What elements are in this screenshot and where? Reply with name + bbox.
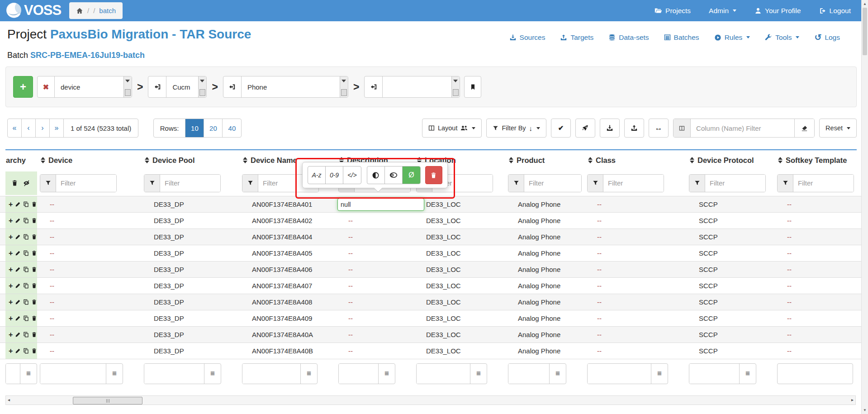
- filter-input-class[interactable]: [603, 175, 664, 192]
- funnel-icon[interactable]: [513, 180, 519, 186]
- apply-button[interactable]: ✔: [551, 119, 571, 138]
- funnel-icon[interactable]: [783, 180, 788, 186]
- home-icon[interactable]: [76, 7, 83, 14]
- aggregate-menu-button[interactable]: ≡: [739, 364, 756, 384]
- copy-row-icon[interactable]: [23, 315, 29, 321]
- funnel-addon[interactable]: [588, 175, 603, 192]
- aggregate-menu-button[interactable]: ≡: [549, 364, 566, 384]
- aggregate-input-device_name[interactable]: [242, 364, 300, 384]
- reset-button[interactable]: Reset: [819, 119, 857, 138]
- filter-input-device_protocol[interactable]: [705, 175, 765, 192]
- toggle-off-button[interactable]: [385, 167, 403, 184]
- sort-icon[interactable]: [145, 157, 149, 163]
- edit-row-icon[interactable]: [15, 299, 21, 305]
- rules-link[interactable]: Rules: [714, 33, 750, 42]
- edit-row-icon[interactable]: [15, 218, 21, 224]
- previous-page-button[interactable]: ‹: [22, 119, 36, 137]
- edit-row-icon[interactable]: [15, 250, 21, 256]
- aggregate-input-device_protocol[interactable]: [689, 364, 739, 384]
- delete-row-icon[interactable]: [31, 250, 37, 256]
- filter-by-button[interactable]: Filter By ↓: [486, 119, 546, 138]
- funnel-icon[interactable]: [694, 180, 700, 186]
- delete-row-icon[interactable]: [31, 332, 37, 338]
- hide-column-icon[interactable]: [23, 179, 30, 187]
- aggregate-input-product[interactable]: [508, 364, 549, 384]
- edit-row-icon[interactable]: [15, 201, 21, 207]
- delete-row-icon[interactable]: [31, 299, 37, 305]
- funnel-addon[interactable]: [778, 175, 793, 192]
- aggregate-input-description[interactable]: [339, 364, 378, 384]
- aggregate-menu-button[interactable]: ≡: [300, 364, 317, 384]
- sort-icon[interactable]: [778, 157, 783, 163]
- copy-row-icon[interactable]: [23, 283, 29, 289]
- funnel-addon[interactable]: [144, 175, 160, 192]
- remove-stage-button[interactable]: ✖: [38, 76, 55, 97]
- column-header-device[interactable]: Device: [37, 150, 141, 170]
- copy-row-icon[interactable]: [23, 299, 29, 305]
- sort-icon[interactable]: [509, 157, 513, 163]
- copy-row-icon[interactable]: [23, 218, 29, 224]
- column-header-product[interactable]: Product: [505, 150, 584, 170]
- batch-name[interactable]: SRC-PB-EMEA-16Jul19-batch: [30, 51, 145, 60]
- add-row-icon[interactable]: +: [9, 315, 13, 322]
- aggregate-menu-button[interactable]: ≡: [106, 364, 123, 384]
- admin-menu-item[interactable]: Admin: [709, 7, 736, 15]
- funnel-addon[interactable]: [508, 175, 524, 192]
- delete-row-icon[interactable]: [31, 234, 37, 240]
- sort-icon[interactable]: [243, 157, 247, 163]
- add-row-icon[interactable]: +: [9, 299, 13, 306]
- stage-select-cucm[interactable]: Cucm: [166, 76, 206, 97]
- stage-select-empty[interactable]: [383, 76, 460, 97]
- import-button[interactable]: [600, 119, 620, 138]
- copy-row-icon[interactable]: [23, 348, 29, 354]
- vertical-scrollbar-thumb[interactable]: [863, 8, 867, 55]
- add-row-icon[interactable]: +: [9, 347, 13, 355]
- batches-link[interactable]: Batches: [664, 33, 699, 42]
- filter-input-device[interactable]: [56, 175, 116, 192]
- step-into-button[interactable]: [365, 76, 383, 97]
- scroll-right-arrow-icon[interactable]: ▸: [851, 397, 854, 402]
- logs-link[interactable]: ↺ Logs: [814, 33, 840, 42]
- column-header-device_protocol[interactable]: Device Protocol: [686, 150, 774, 170]
- logout-menu-item[interactable]: Logout: [819, 7, 851, 15]
- next-page-button[interactable]: ›: [36, 119, 50, 137]
- edit-row-icon[interactable]: [15, 348, 21, 354]
- aggregate-menu-button[interactable]: ≡: [651, 364, 668, 384]
- export-button[interactable]: [624, 119, 644, 138]
- column-header-class[interactable]: Class: [584, 150, 686, 170]
- edit-row-icon[interactable]: [15, 234, 21, 240]
- edit-row-icon[interactable]: [15, 315, 21, 321]
- code-button[interactable]: </>: [343, 167, 361, 184]
- edit-row-icon[interactable]: [15, 332, 21, 338]
- edit-row-icon[interactable]: [15, 283, 21, 289]
- copy-row-icon[interactable]: [23, 266, 29, 272]
- select-dropdown-strip[interactable]: [123, 76, 132, 97]
- scroll-up-arrow-icon[interactable]: ▲: [863, 2, 867, 6]
- select-dropdown-strip[interactable]: [451, 76, 460, 97]
- layout-button[interactable]: Layout: [422, 119, 482, 138]
- column-header-device_pool[interactable]: Device Pool: [141, 150, 239, 170]
- execute-button[interactable]: [575, 119, 595, 138]
- copy-row-icon[interactable]: [23, 234, 29, 240]
- last-page-button[interactable]: »: [50, 119, 64, 137]
- select-dropdown-strip[interactable]: [198, 76, 206, 97]
- scroll-left-arrow-icon[interactable]: ◂: [8, 397, 10, 402]
- set-null-button[interactable]: Ø: [403, 167, 420, 184]
- numeric-sort-button[interactable]: 0-9: [326, 167, 343, 184]
- bookmark-button[interactable]: [464, 76, 481, 98]
- horizontal-scrollbar-thumb[interactable]: [73, 397, 142, 404]
- aggregate-menu-button[interactable]: ≡: [470, 364, 487, 384]
- clear-filter-addon[interactable]: [794, 119, 814, 137]
- delete-row-icon[interactable]: [31, 218, 37, 224]
- projects-menu-item[interactable]: Projects: [655, 7, 691, 15]
- filter-input-device_pool[interactable]: [160, 175, 220, 192]
- copy-row-icon[interactable]: [23, 250, 29, 256]
- rows-option-40[interactable]: 40: [223, 119, 241, 137]
- rows-option-10[interactable]: 10: [185, 119, 204, 137]
- add-row-icon[interactable]: +: [9, 282, 13, 290]
- sort-icon[interactable]: [588, 157, 593, 163]
- copy-row-icon[interactable]: [23, 201, 29, 207]
- delete-row-icon[interactable]: [31, 266, 37, 272]
- funnel-addon[interactable]: [40, 175, 56, 192]
- delete-column-button[interactable]: [425, 166, 442, 184]
